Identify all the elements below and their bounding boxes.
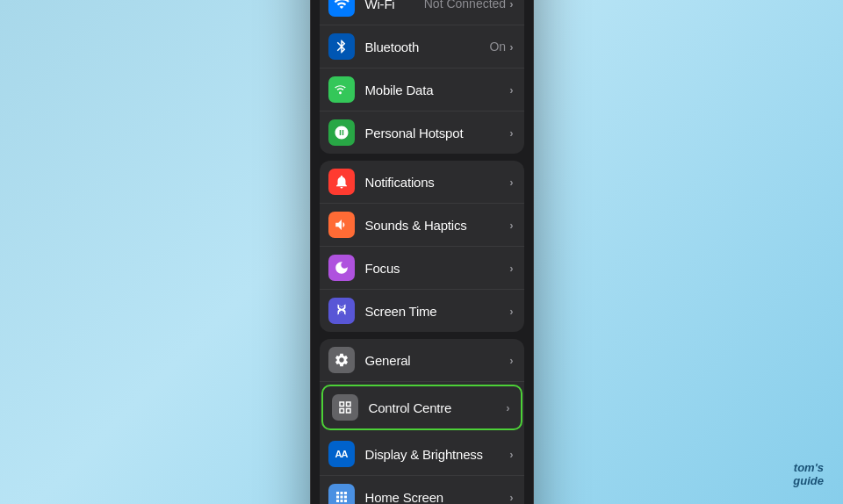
home-screen-label: Home Screen: [365, 490, 510, 505]
row-home-screen[interactable]: Home Screen ›: [320, 476, 524, 504]
display-chevron: ›: [509, 448, 513, 461]
screen-time-icon: [328, 298, 355, 324]
hotspot-chevron: ›: [509, 126, 513, 140]
watermark-line1: tom's: [793, 461, 824, 475]
sounds-icon: [328, 212, 355, 238]
focus-icon: [328, 255, 355, 281]
home-screen-chevron: ›: [509, 491, 513, 504]
section-notifications: Notifications › Sounds & Haptics › Focus…: [320, 161, 524, 332]
wifi-value: Not Connected: [424, 0, 506, 11]
row-general[interactable]: General ›: [320, 339, 524, 382]
screen-time-chevron: ›: [509, 305, 513, 318]
row-notifications[interactable]: Notifications ›: [320, 161, 524, 204]
hotspot-icon: [328, 119, 355, 146]
sounds-chevron: ›: [509, 219, 513, 232]
wifi-icon: [328, 0, 355, 17]
bluetooth-label: Bluetooth: [365, 40, 490, 54]
notifications-chevron: ›: [509, 176, 513, 189]
general-label: General: [365, 353, 510, 368]
bluetooth-chevron: ›: [509, 40, 513, 54]
control-centre-icon: [332, 394, 358, 421]
bluetooth-icon: [328, 33, 355, 60]
phone-container: Settings Airplane Mode Wi-Fi Not Connect…: [310, 0, 534, 504]
notifications-label: Notifications: [365, 175, 510, 190]
section-general: General › Control Centre › AA Display & …: [320, 339, 524, 504]
row-sounds-haptics[interactable]: Sounds & Haptics ›: [320, 204, 524, 247]
watermark: tom's guide: [793, 461, 824, 488]
wifi-chevron: ›: [509, 0, 513, 11]
row-wifi[interactable]: Wi-Fi Not Connected ›: [320, 0, 524, 25]
row-personal-hotspot[interactable]: Personal Hotspot ›: [320, 112, 524, 154]
row-mobile-data[interactable]: Mobile Data ›: [320, 68, 524, 112]
watermark-line2: guide: [793, 474, 824, 488]
display-label: Display & Brightness: [365, 447, 510, 462]
sounds-label: Sounds & Haptics: [365, 218, 510, 233]
notifications-icon: [328, 169, 355, 195]
mobile-data-chevron: ›: [509, 83, 513, 97]
mobile-data-icon: [328, 76, 355, 103]
display-icon: AA: [328, 441, 355, 467]
control-centre-label: Control Centre: [369, 400, 507, 415]
row-bluetooth[interactable]: Bluetooth On ›: [320, 25, 524, 68]
screen-time-label: Screen Time: [365, 304, 510, 319]
control-centre-chevron: ›: [506, 401, 509, 414]
mobile-data-label: Mobile Data: [365, 83, 510, 97]
focus-chevron: ›: [509, 262, 513, 275]
general-icon: [328, 347, 355, 373]
section-connectivity: Airplane Mode Wi-Fi Not Connected › Blue…: [320, 0, 524, 154]
settings-list: Airplane Mode Wi-Fi Not Connected › Blue…: [311, 0, 533, 504]
wifi-label: Wi-Fi: [365, 0, 424, 11]
row-display-brightness[interactable]: AA Display & Brightness ›: [320, 433, 524, 476]
row-focus[interactable]: Focus ›: [320, 247, 524, 290]
row-screen-time[interactable]: Screen Time ›: [320, 290, 524, 332]
hotspot-label: Personal Hotspot: [365, 126, 510, 140]
focus-label: Focus: [365, 261, 510, 276]
home-screen-icon: [328, 484, 355, 504]
general-chevron: ›: [509, 354, 513, 367]
bluetooth-value: On: [489, 40, 506, 54]
row-control-centre[interactable]: Control Centre ›: [321, 385, 522, 430]
